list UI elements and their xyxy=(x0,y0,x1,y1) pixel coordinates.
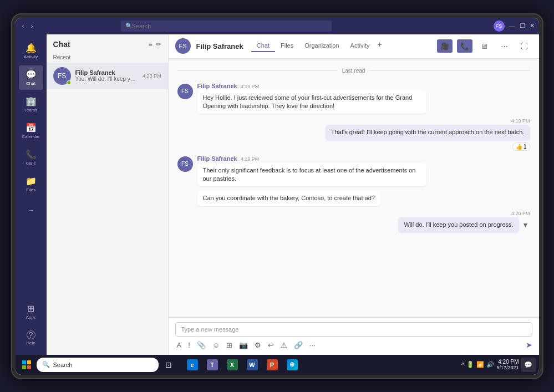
send-button[interactable]: ➤ xyxy=(526,340,532,349)
taskbar-app-excel[interactable]: X xyxy=(223,356,242,374)
chat-header: FS Filip Safranek Chat Files Organizatio… xyxy=(169,34,539,59)
notification-button[interactable]: 💬 xyxy=(521,358,536,372)
tab-files[interactable]: Files xyxy=(275,40,299,52)
message-timestamp: 4:19 PM xyxy=(241,84,260,89)
maximize-button[interactable]: ☐ xyxy=(520,22,525,29)
taskbar-date: 5/17/2021 xyxy=(496,365,519,370)
sidebar: 🔔 Activity 💬 Chat 🏢 Teams 📅 Calendar 📞 xyxy=(16,34,47,355)
sidebar-label-teams: Teams xyxy=(24,108,38,113)
close-button[interactable]: ✕ xyxy=(530,22,535,29)
reaction-badge[interactable]: 👍 1 xyxy=(512,142,530,151)
minimize-button[interactable]: — xyxy=(509,23,515,29)
sidebar-label-calls: Calls xyxy=(26,161,36,166)
device-frame: ‹ › 🔍 FS — ☐ ✕ 🔔 Activity xyxy=(11,13,543,379)
help-icon: ? xyxy=(27,330,35,339)
chat-header-initials: FS xyxy=(179,43,186,49)
link-button[interactable]: 🔗 xyxy=(292,340,304,350)
chat-list-panel: Chat ≡ ✏ Recent FS Filip Safranek You: W… xyxy=(47,34,169,355)
sender-avatar: FS xyxy=(177,84,193,99)
chat-list-item[interactable]: FS Filip Safranek You: Will do. I'll kee… xyxy=(47,63,168,89)
title-bar-search-input[interactable] xyxy=(132,23,327,29)
message-sender-name: Filip Safranek xyxy=(197,83,237,89)
sidebar-label-apps: Apps xyxy=(26,315,35,320)
windows-logo xyxy=(22,360,31,369)
activity-icon: 🔔 xyxy=(26,43,37,53)
add-tab-button[interactable]: + xyxy=(375,40,384,52)
taskbar-app-teams[interactable]: T xyxy=(203,356,222,374)
title-bar: ‹ › 🔍 FS — ☐ ✕ xyxy=(16,18,539,34)
compose-icon[interactable]: ✏ xyxy=(156,40,161,48)
sidebar-item-teams[interactable]: 🏢 Teams xyxy=(19,92,43,116)
chat-header-actions: 🎥 📞 🖥 ⋯ ⛶ xyxy=(437,39,532,53)
taskbar-search[interactable]: 🔍 Search xyxy=(37,358,159,372)
sticker-button[interactable]: 📷 xyxy=(237,340,250,350)
user-avatar[interactable]: FS xyxy=(494,21,505,32)
schedule-button[interactable]: ⚙ xyxy=(253,340,263,350)
sidebar-item-files[interactable]: 📁 Files xyxy=(19,172,43,196)
giphy-button[interactable]: ⊞ xyxy=(225,340,234,350)
more-toolbar-button[interactable]: ··· xyxy=(308,340,317,350)
format-button[interactable]: A xyxy=(175,340,184,350)
sidebar-item-calendar[interactable]: 📅 Calendar xyxy=(19,119,43,143)
taskbar-app-word[interactable]: W xyxy=(243,356,262,374)
recent-label: Recent xyxy=(47,52,168,63)
message-options-button[interactable]: ▼ xyxy=(521,221,530,229)
sidebar-item-help[interactable]: ? Help xyxy=(19,326,43,350)
taskbar-app-edge[interactable]: ⊕ xyxy=(283,356,302,374)
audio-call-button[interactable]: 📞 xyxy=(457,39,472,53)
notification-icon: 💬 xyxy=(524,361,532,369)
audio-icon: 📞 xyxy=(460,42,469,50)
tab-activity[interactable]: Activity xyxy=(345,40,375,52)
mention-button[interactable]: ⚠ xyxy=(279,340,289,350)
tab-organization[interactable]: Organization xyxy=(299,40,344,52)
message-bubble: Hey Hollie. I just reviewed some of your… xyxy=(197,90,426,114)
edge-icon: ⊕ xyxy=(287,359,298,370)
message-input-box[interactable]: Type a new message xyxy=(175,322,532,337)
chat-item-name: Filip Safranek xyxy=(75,69,138,76)
wifi-icon: 📶 xyxy=(476,361,484,368)
like-button[interactable]: ↩ xyxy=(266,340,276,350)
screen-share-button[interactable]: 🖥 xyxy=(477,39,492,53)
battery-icon: 🔋 xyxy=(466,361,474,368)
taskbar-app-store[interactable]: e xyxy=(183,356,202,374)
message-with-options: Will do. I'll keep you posted on progres… xyxy=(398,217,530,232)
tab-chat[interactable]: Chat xyxy=(251,40,275,52)
sidebar-item-activity[interactable]: 🔔 Activity xyxy=(19,39,43,63)
taskbar-search-text: Search xyxy=(53,362,73,368)
video-call-button[interactable]: 🎥 xyxy=(437,39,453,53)
filter-icon[interactable]: ≡ xyxy=(148,40,152,48)
task-view-button[interactable]: ⊡ xyxy=(161,357,176,373)
message-bubble: That's great! I'll keep going with the c… xyxy=(326,125,530,140)
online-status-dot xyxy=(67,80,71,85)
chevron-up-icon[interactable]: ^ xyxy=(461,362,464,368)
emoji-button[interactable]: ☺ xyxy=(211,340,221,350)
sidebar-label-calendar: Calendar xyxy=(22,134,39,139)
message-sender-row: Filip Safranek 4:19 PM xyxy=(197,83,426,89)
taskbar-clock[interactable]: 4:20 PM 5/17/2021 xyxy=(496,359,519,370)
sidebar-item-apps[interactable]: ⊞ Apps xyxy=(19,299,43,324)
message-timestamp: 4:20 PM xyxy=(511,211,530,216)
sidebar-item-more[interactable]: ··· xyxy=(19,198,43,223)
expand-button[interactable]: ⛶ xyxy=(517,39,532,53)
more-actions-button[interactable]: ⋯ xyxy=(497,39,512,53)
message-sender-row: 4:20 PM xyxy=(511,211,530,216)
volume-icon[interactable]: 🔊 xyxy=(486,361,494,368)
message-timestamp: 4:19 PM xyxy=(241,156,260,162)
chat-header-tabs: Chat Files Organization Activity + xyxy=(251,40,384,52)
start-button[interactable] xyxy=(19,357,34,373)
sidebar-item-chat[interactable]: 💬 Chat xyxy=(19,65,43,90)
attach-button[interactable]: 📎 xyxy=(195,340,207,350)
bold-button[interactable]: ! xyxy=(186,340,192,350)
chat-item-initials: FS xyxy=(58,72,66,80)
nav-forward[interactable]: › xyxy=(29,22,35,30)
title-bar-search-box[interactable]: 🔍 xyxy=(121,21,332,32)
taskbar-system: ^ 🔋 📶 🔊 4:20 PM 5/17/2021 💬 xyxy=(461,358,535,372)
device-screen: ‹ › 🔍 FS — ☐ ✕ 🔔 Activity xyxy=(16,18,539,375)
taskbar-app-powerpoint[interactable]: P xyxy=(263,356,282,374)
chat-item-time: 4:20 PM xyxy=(143,73,161,79)
reaction-emoji: 👍 xyxy=(516,144,522,150)
nav-back[interactable]: ‹ xyxy=(20,22,27,30)
more-icon: ⋯ xyxy=(501,42,508,50)
sidebar-item-calls[interactable]: 📞 Calls xyxy=(19,145,43,170)
message-content: 4:20 PM Will do. I'll keep you posted on… xyxy=(398,211,530,232)
